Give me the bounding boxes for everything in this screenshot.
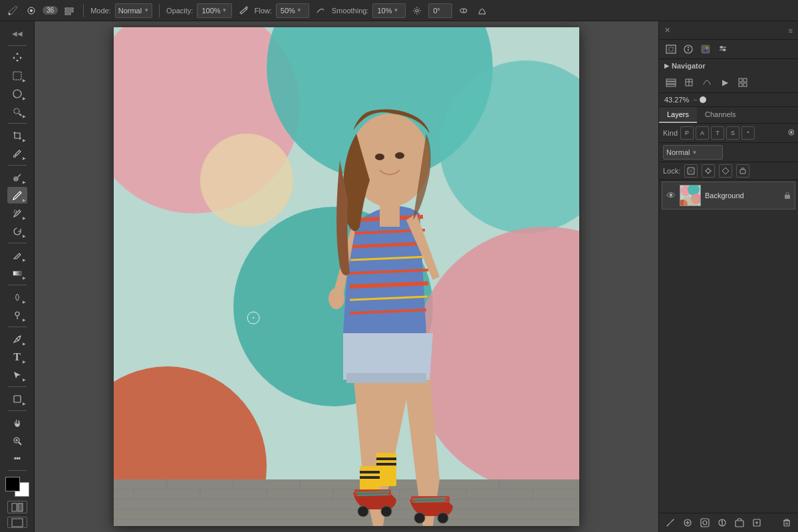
foreground-color-swatch[interactable] — [5, 477, 20, 491]
filter-adjustment-icon[interactable]: A — [696, 126, 709, 140]
svg-point-113 — [703, 521, 707, 525]
panel-menu-button[interactable]: ≡ — [789, 27, 793, 35]
flow-label: Flow: — [255, 7, 272, 15]
layer-visibility-eye[interactable]: 👁 — [666, 190, 676, 201]
delete-layer-button[interactable] — [779, 516, 794, 529]
new-layer-button[interactable] — [749, 516, 764, 529]
link-layers-button[interactable] — [663, 516, 678, 529]
svg-point-94 — [791, 132, 793, 134]
smoothing-value[interactable]: 10% ▼ — [372, 3, 406, 18]
filter-toggle-icon[interactable] — [785, 128, 794, 138]
canvas-area[interactable] — [35, 21, 658, 532]
flow-arrow: ▼ — [297, 7, 302, 13]
dodge-tool[interactable]: ▶ — [7, 307, 27, 323]
navigator-header[interactable]: ▶ Navigator — [659, 59, 798, 72]
spot-healing-tool[interactable]: ▶ — [7, 169, 27, 186]
lock-image-pixels-button[interactable] — [702, 164, 715, 178]
filter-type-icon[interactable]: T — [711, 126, 724, 140]
opacity-label: Opacity: — [166, 7, 193, 15]
rectangular-marquee-tool[interactable]: ▶ — [7, 67, 27, 84]
screen-mode-button[interactable] — [7, 517, 27, 528]
svg-rect-35 — [114, 479, 579, 526]
eraser-tool[interactable]: ▶ — [7, 247, 27, 263]
shape-tool[interactable]: ▶ — [7, 390, 27, 407]
layer-item-background[interactable]: 👁 Background — [662, 182, 795, 209]
settings-gear-icon[interactable] — [410, 3, 424, 18]
pen-tool[interactable]: ▶ — [7, 331, 27, 347]
brush-tool[interactable]: ▶ — [7, 187, 27, 203]
angle-value[interactable]: 0° — [428, 3, 452, 18]
blur-tool[interactable]: ▶ — [7, 289, 27, 305]
zoom-tool[interactable] — [7, 432, 27, 449]
grid-icon[interactable] — [735, 74, 751, 90]
create-group-button[interactable] — [732, 516, 747, 529]
filter-shape-icon[interactable]: S — [726, 126, 739, 140]
lock-transparent-pixels-button[interactable] — [684, 164, 698, 178]
add-layer-mask-button[interactable] — [698, 516, 712, 529]
svg-rect-89 — [739, 78, 742, 82]
quick-select-tool[interactable]: ▶ — [7, 103, 27, 120]
svg-rect-112 — [701, 519, 709, 527]
collapse-panel-button[interactable]: ◀◀ — [7, 25, 27, 42]
move-tool[interactable] — [7, 49, 27, 66]
quick-mask-button[interactable] — [7, 501, 27, 513]
zoom-decrease-button[interactable]: − — [693, 96, 697, 104]
tab-channels[interactable]: Channels — [697, 107, 743, 123]
svg-point-77 — [688, 47, 689, 48]
flow-value[interactable]: 50% ▼ — [276, 3, 309, 18]
history-brush-tool[interactable]: ▶ — [7, 223, 27, 239]
layer-blend-mode-dropdown[interactable]: Normal ▼ — [663, 145, 723, 160]
filter-smart-icon[interactable]: * — [741, 126, 755, 140]
svg-rect-108 — [785, 195, 790, 199]
brush-settings-icon[interactable] — [62, 3, 76, 18]
filter-pixel-icon[interactable]: P — [680, 126, 694, 140]
paths-icon-row2[interactable] — [699, 74, 715, 90]
tool-separator-3 — [8, 243, 27, 243]
svg-rect-101 — [740, 170, 745, 174]
zoom-slider-thumb[interactable] — [700, 96, 706, 103]
smoothing-icon[interactable] — [313, 3, 328, 18]
color-icon[interactable] — [698, 41, 714, 57]
svg-point-69 — [414, 513, 425, 523]
gradient-tool[interactable]: ▶ — [7, 265, 27, 281]
svg-point-11 — [14, 108, 19, 114]
lasso-tool[interactable]: ▶ — [7, 85, 27, 102]
layers-icon-row2[interactable] — [663, 74, 679, 90]
add-adjustment-layer-button[interactable] — [715, 516, 730, 529]
brush-size-badge[interactable]: 36 — [43, 6, 58, 15]
hand-tool[interactable] — [7, 414, 27, 431]
tool-separator-6 — [8, 386, 27, 387]
brush-tool-active[interactable] — [5, 3, 20, 18]
mode-dropdown[interactable]: Normal ▼ — [115, 3, 152, 18]
color-swatches[interactable] — [5, 477, 29, 497]
navigator-icon[interactable] — [663, 41, 679, 57]
tab-layers[interactable]: Layers — [659, 107, 697, 123]
pressure-opacity-icon[interactable] — [456, 3, 471, 18]
lock-position-button[interactable] — [719, 164, 732, 178]
airbrush-icon[interactable] — [236, 3, 251, 18]
eyedropper-tool[interactable]: ▶ — [7, 145, 27, 162]
path-selection-tool[interactable]: ▶ — [7, 366, 27, 383]
type-tool[interactable]: T ▶ — [7, 348, 27, 365]
brush-preset-picker[interactable] — [24, 3, 39, 18]
svg-point-16 — [14, 210, 17, 213]
lock-artboard-button[interactable] — [736, 164, 749, 178]
canvas-image[interactable] — [114, 27, 579, 526]
panel-close-button[interactable]: ✕ — [664, 26, 670, 35]
pressure-flow-icon[interactable] — [475, 3, 489, 18]
svg-rect-24 — [12, 503, 17, 511]
channels-icon-row2[interactable] — [681, 74, 697, 90]
adjustments-icon[interactable] — [715, 41, 731, 57]
svg-point-15 — [13, 198, 14, 200]
svg-point-67 — [381, 506, 392, 517]
opacity-arrow: ▼ — [222, 7, 227, 13]
clone-stamp-tool[interactable]: ▶ — [7, 205, 27, 221]
main-area: ◀◀ ▶ ▶ ▶ ▶ ▶ — [0, 21, 798, 532]
play-icon[interactable]: ▶ — [717, 74, 733, 90]
extra-tools[interactable]: ••• — [7, 450, 27, 467]
add-layer-style-button[interactable] — [680, 516, 695, 529]
opacity-value[interactable]: 100% ▼ — [197, 3, 231, 18]
right-panel: ✕ ≡ — [658, 21, 798, 532]
info-icon[interactable] — [680, 41, 696, 57]
crop-tool[interactable]: ▶ — [7, 127, 27, 144]
